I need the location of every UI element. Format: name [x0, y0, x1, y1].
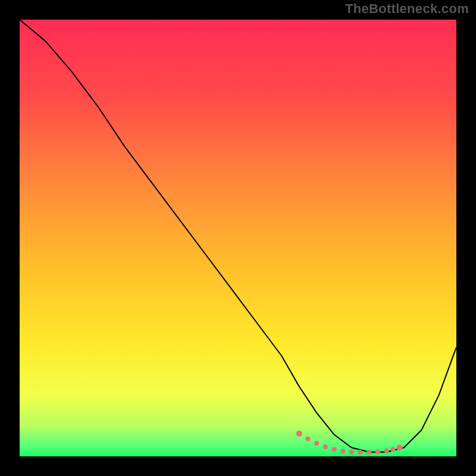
highlight-dot: [349, 450, 354, 455]
highlight-dot: [367, 450, 371, 455]
highlight-dot: [391, 447, 396, 452]
highlight-dot: [397, 444, 403, 450]
highlight-dot: [375, 449, 380, 454]
chart-frame: TheBottleneck.com: [0, 0, 476, 476]
highlight-dot: [384, 449, 389, 453]
highlight-dot: [314, 441, 319, 446]
highlight-dot: [332, 447, 337, 452]
attribution-text: TheBottleneck.com: [345, 1, 469, 17]
plot-area: [20, 20, 456, 456]
plot-background: [20, 20, 456, 456]
chart-svg: [20, 20, 456, 456]
highlight-dot: [340, 449, 345, 453]
highlight-dot: [305, 437, 310, 441]
highlight-dot: [296, 431, 302, 437]
highlight-dot: [323, 444, 328, 449]
highlight-dot: [358, 450, 363, 455]
